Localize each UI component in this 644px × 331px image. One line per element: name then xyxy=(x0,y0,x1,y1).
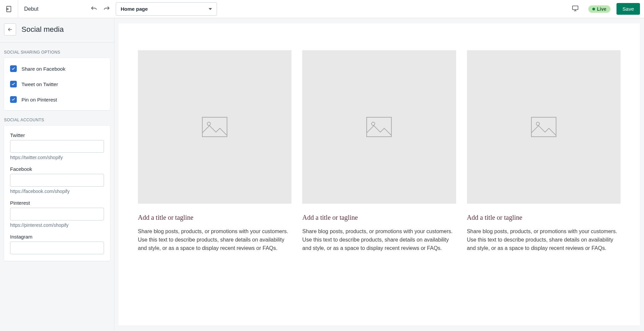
live-dot-icon xyxy=(592,8,595,10)
live-status-badge: Live xyxy=(588,5,610,13)
group-label-sharing: Social sharing options xyxy=(0,43,114,58)
svg-point-7 xyxy=(536,122,540,126)
item-title: Add a title or tagline xyxy=(302,214,456,221)
history-controls xyxy=(88,3,112,15)
check-icon xyxy=(11,66,16,71)
svg-rect-1 xyxy=(573,6,578,10)
page-selector-value: Home page xyxy=(121,6,148,12)
main-split: Social media Social sharing options Shar… xyxy=(0,18,644,331)
checkbox-checked[interactable] xyxy=(10,96,17,103)
svg-point-3 xyxy=(207,122,211,126)
svg-point-5 xyxy=(372,122,375,126)
item-body: Share blog posts, products, or promotion… xyxy=(138,227,291,252)
topbar: Debut Home page Live Save xyxy=(0,0,644,18)
preview-frame[interactable]: Add a title or tagline Share blog posts,… xyxy=(118,23,640,326)
check-icon xyxy=(11,82,16,86)
save-button[interactable]: Save xyxy=(616,3,640,15)
image-placeholder xyxy=(302,50,456,204)
item-body: Share blog posts, products, or promotion… xyxy=(302,227,456,252)
gallery-row: Add a title or tagline Share blog posts,… xyxy=(138,50,621,253)
field-block-twitter: Twitter https://twitter.com/shopify xyxy=(10,132,104,160)
svg-rect-4 xyxy=(367,117,392,137)
pinterest-input[interactable] xyxy=(10,208,104,220)
live-label: Live xyxy=(597,6,606,12)
back-button[interactable] xyxy=(4,23,16,36)
desktop-icon xyxy=(572,5,579,12)
check-icon xyxy=(11,97,16,102)
image-icon xyxy=(531,117,557,137)
gallery-item: Add a title or tagline Share blog posts,… xyxy=(302,50,456,253)
field-block-instagram: Instagram xyxy=(10,234,104,254)
section-header: Social media xyxy=(0,18,114,43)
settings-sidebar: Social media Social sharing options Shar… xyxy=(0,18,114,331)
redo-button[interactable] xyxy=(101,3,112,15)
gallery-item: Add a title or tagline Share blog posts,… xyxy=(467,50,621,253)
arrow-left-icon xyxy=(7,26,13,32)
checkbox-label: Pin on Pinterest xyxy=(21,97,57,103)
twitter-input[interactable] xyxy=(10,140,104,153)
exit-editor-button[interactable] xyxy=(0,0,18,18)
undo-icon xyxy=(90,5,98,13)
item-body: Share blog posts, products, or promotion… xyxy=(467,227,621,252)
checkbox-label: Share on Facebook xyxy=(21,66,65,72)
field-label: Twitter xyxy=(10,132,104,138)
svg-rect-6 xyxy=(531,117,556,137)
checkbox-label: Tweet on Twitter xyxy=(21,81,58,87)
section-title: Social media xyxy=(21,25,64,34)
help-text: https://facebook.com/shopify xyxy=(10,189,104,194)
field-block-pinterest: Pinterest https://pinterest.com/shopify xyxy=(10,200,104,228)
image-placeholder xyxy=(467,50,621,204)
exit-icon xyxy=(5,5,13,13)
instagram-input[interactable] xyxy=(10,242,104,254)
checkbox-checked[interactable] xyxy=(10,65,17,72)
page-selector-dropdown[interactable]: Home page xyxy=(116,2,217,16)
gallery-item: Add a title or tagline Share blog posts,… xyxy=(138,50,291,253)
checkbox-row[interactable]: Tweet on Twitter xyxy=(10,76,104,92)
redo-icon xyxy=(103,5,110,13)
undo-button[interactable] xyxy=(88,3,100,15)
help-text: https://pinterest.com/shopify xyxy=(10,222,104,228)
chevron-down-icon xyxy=(209,8,212,10)
device-preview-button[interactable] xyxy=(572,5,579,13)
item-title: Add a title or tagline xyxy=(467,214,621,221)
image-icon xyxy=(366,117,392,137)
svg-rect-2 xyxy=(202,117,227,137)
checkbox-row[interactable]: Pin on Pinterest xyxy=(10,92,104,105)
preview-canvas: Add a title or tagline Share blog posts,… xyxy=(114,18,644,331)
help-text: https://twitter.com/shopify xyxy=(10,155,104,160)
social-accounts-card: Twitter https://twitter.com/shopify Face… xyxy=(4,126,110,261)
field-label: Facebook xyxy=(10,166,104,172)
image-placeholder xyxy=(138,50,291,204)
field-label: Pinterest xyxy=(10,200,104,206)
theme-name: Debut xyxy=(18,6,45,12)
field-block-facebook: Facebook https://facebook.com/shopify xyxy=(10,166,104,194)
field-label: Instagram xyxy=(10,234,104,240)
checkbox-row[interactable]: Share on Facebook xyxy=(10,63,104,76)
facebook-input[interactable] xyxy=(10,174,104,187)
item-title: Add a title or tagline xyxy=(138,214,291,221)
group-label-accounts: Social accounts xyxy=(0,110,114,126)
sharing-options-card: Share on Facebook Tweet on Twitter Pin o… xyxy=(4,58,110,110)
checkbox-checked[interactable] xyxy=(10,81,17,87)
image-icon xyxy=(202,117,228,137)
